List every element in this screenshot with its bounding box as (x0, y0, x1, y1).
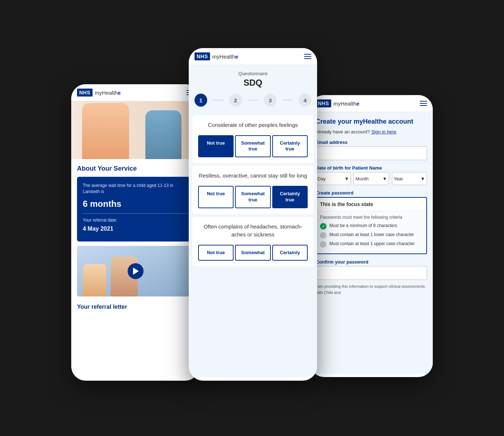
phone-right-content: Create your myHealthe account Already ha… (310, 112, 433, 374)
step-connector-3 (282, 100, 293, 101)
info-card: The average wait time for a child aged 1… (77, 177, 194, 241)
phone-center: NHS myHealthe Questionnaire SDQ 1 2 3 (189, 48, 317, 381)
answer-not-true-1[interactable]: Not true (198, 135, 234, 158)
answer-options-2: Not true Somewhat true Certainly true (198, 186, 308, 208)
confirm-password-input[interactable] (316, 266, 427, 280)
dob-day-value: Day (317, 176, 326, 181)
dob-month-value: Month (355, 176, 368, 181)
password-criteria: Passwords must meet the following criter… (316, 211, 426, 253)
email-input[interactable] (316, 146, 427, 160)
answer-certainly-true-1[interactable]: Certainly true (272, 135, 308, 158)
nhs-brand-center: myHealthe (212, 54, 238, 60)
hero-figure-2 (145, 110, 181, 159)
criteria-text-2: Must contain at least 1 lower case chara… (329, 232, 414, 238)
question-text-3: Often complains of headaches, stomach-ac… (198, 223, 308, 239)
question-card-1: Considerate of other peoples feelings No… (192, 115, 313, 163)
scene: NHS myHealthe About Your Service The (0, 0, 504, 436)
nhs-brand-left: myHealthe (95, 90, 121, 96)
dob-label: Date of birth for Patient Name (316, 165, 427, 171)
info-card-divider (83, 213, 188, 214)
question-text-1: Considerate of other peoples feelings (198, 121, 308, 129)
criteria-item-1: Must be a minimum of 8 characters (320, 223, 423, 230)
nhs-badge-center: NHS (195, 52, 210, 60)
question-text-2: Restless, overactive, cannot stay still … (198, 172, 308, 180)
step-4[interactable]: 4 (299, 94, 311, 107)
answer-somewhat-true-2[interactable]: Somewhat true (235, 186, 270, 208)
section-title-about: About Your Service (77, 165, 194, 172)
chevron-down-icon-month: ▼ (383, 176, 387, 181)
phone-right: NHS myHealthe Create your myHealthe acco… (310, 95, 433, 377)
phone-left-content: About Your Service The average wait time… (71, 101, 200, 377)
answer-options-1: Not true Somewhat true Certainly true (198, 135, 308, 158)
consent-text: I am providing this information to suppo… (316, 283, 427, 295)
confirm-label: Confirm your password (316, 259, 427, 265)
header-left: NHS myHealthe (71, 84, 200, 101)
answer-certainly-true-2[interactable]: Certainly true (272, 186, 308, 208)
dob-row: Day ▼ Month ▼ Year ▼ (316, 172, 427, 185)
password-box: This is the focus state Passwords must m… (316, 197, 427, 254)
email-label: Email address (316, 140, 427, 145)
criteria-pass-icon-1 (320, 223, 326, 230)
play-icon (133, 268, 139, 275)
hero-figure-1 (82, 103, 129, 159)
hamburger-line (304, 56, 311, 57)
answer-somewhat-3[interactable]: Somewhat (235, 245, 270, 261)
criteria-text-3: Must contain at least 1 upper case chara… (329, 241, 415, 247)
header-center: NHS myHealthe (189, 48, 317, 65)
question-card-2: Restless, overactive, cannot stay still … (192, 166, 313, 214)
answer-somewhat-true-1[interactable]: Somewhat true (235, 135, 270, 158)
brand-emphasis: e (118, 90, 120, 96)
nhs-logo-right: NHS myHealthe (316, 99, 359, 107)
hamburger-line (420, 105, 427, 106)
answer-not-true-2[interactable]: Not true (198, 186, 234, 208)
info-card-line1: The average wait time for a child aged 1… (83, 183, 188, 195)
menu-button-right[interactable] (420, 101, 427, 106)
nhs-brand-right: myHealthe (333, 101, 359, 107)
nhs-logo-center: NHS myHealthe (195, 52, 238, 60)
answer-options-3: Not true Somewhat Certainly (198, 245, 308, 261)
chevron-down-icon-day: ▼ (344, 176, 349, 181)
criteria-text-1: Must be a minimum of 8 characters (329, 223, 397, 229)
info-card-big-value: 6 months (83, 198, 188, 210)
nhs-badge-left: NHS (77, 89, 93, 97)
criteria-item-2: Must contain at least 1 lower case chara… (320, 232, 423, 239)
questionnaire-label: Questionnaire (195, 71, 311, 76)
answer-certainly-3[interactable]: Certainly (272, 245, 308, 261)
criteria-item-3: Must contain at least 1 upper case chara… (320, 241, 423, 248)
hamburger-line (420, 101, 427, 102)
answer-not-true-3[interactable]: Not true (198, 245, 234, 261)
chevron-down-icon-year: ▼ (420, 176, 425, 181)
about-section: About Your Service The average wait time… (71, 159, 200, 319)
dob-month-select[interactable]: Month ▼ (354, 172, 389, 185)
hero-image (71, 101, 200, 159)
step-2[interactable]: 2 (229, 94, 242, 107)
hamburger-line (304, 54, 311, 55)
criteria-fail-icon-3 (320, 241, 326, 248)
hamburger-line (420, 103, 427, 104)
referral-letter-link[interactable]: Your referral letter (77, 301, 194, 313)
questionnaire-header: Questionnaire SDQ 1 2 3 4 (189, 65, 317, 115)
signin-link[interactable]: Sign in here (371, 129, 396, 134)
subtitle-prefix: Already have an account? (316, 129, 370, 134)
step-connector-2 (248, 100, 258, 101)
info-card-referral-label: Your referral date: (83, 217, 188, 223)
password-input-focused[interactable]: This is the focus state (316, 198, 426, 211)
account-subtitle: Already have an account? Sign in here (316, 129, 427, 134)
question-card-3: Often complains of headaches, stomach-ac… (192, 217, 313, 267)
create-account-title: Create your myHealthe account (316, 118, 427, 125)
step-connector-1 (213, 100, 223, 101)
step-1[interactable]: 1 (195, 94, 207, 107)
video-thumbnail[interactable] (77, 246, 194, 296)
dob-year-select[interactable]: Year ▼ (392, 172, 427, 185)
criteria-fail-icon-2 (320, 232, 326, 239)
info-card-referral-date: 4 May 2021 (83, 225, 188, 233)
step-3[interactable]: 3 (264, 94, 277, 107)
phone-center-content: Questionnaire SDQ 1 2 3 4 Considerate of… (189, 65, 317, 377)
video-fig-child (83, 264, 106, 296)
password-label: Create password (316, 190, 427, 196)
play-button[interactable] (128, 263, 144, 279)
menu-button-center[interactable] (304, 54, 311, 59)
header-right: NHS myHealthe (310, 95, 433, 112)
dob-day-select[interactable]: Day ▼ (316, 172, 351, 185)
phone-left: NHS myHealthe About Your Service The (71, 84, 200, 381)
